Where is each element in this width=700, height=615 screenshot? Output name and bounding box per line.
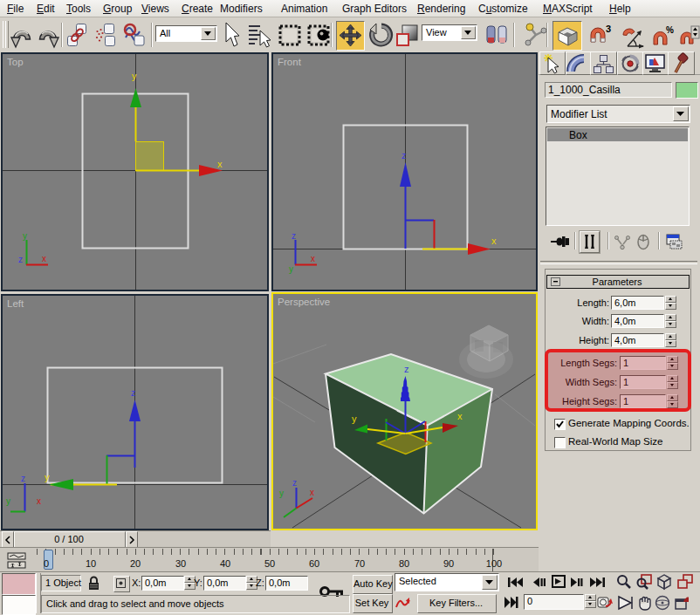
svg-text:y: y: [23, 231, 27, 241]
svg-text:y: y: [45, 472, 50, 482]
svg-text:3: 3: [606, 24, 611, 34]
svg-text:x: x: [217, 159, 223, 169]
svg-text:y: y: [352, 413, 357, 424]
svg-text:%: %: [666, 25, 674, 35]
svg-text:z: z: [292, 231, 296, 241]
svg-text:z: z: [18, 255, 23, 264]
svg-text:z: z: [292, 478, 297, 488]
svg-text:z: z: [21, 474, 25, 483]
svg-text:x: x: [42, 254, 46, 263]
svg-text:y: y: [132, 71, 137, 81]
svg-text:y: y: [6, 496, 10, 506]
svg-text:y: y: [289, 264, 293, 274]
svg-text:x: x: [37, 496, 41, 506]
svg-text:x: x: [310, 488, 314, 497]
svg-text:y: y: [279, 489, 284, 498]
svg-text:z: z: [131, 387, 136, 398]
svg-text:x: x: [491, 236, 497, 246]
svg-text:x: x: [311, 254, 315, 263]
svg-text:z: z: [404, 364, 409, 374]
svg-text:x: x: [457, 411, 463, 421]
svg-text:z: z: [401, 150, 407, 161]
